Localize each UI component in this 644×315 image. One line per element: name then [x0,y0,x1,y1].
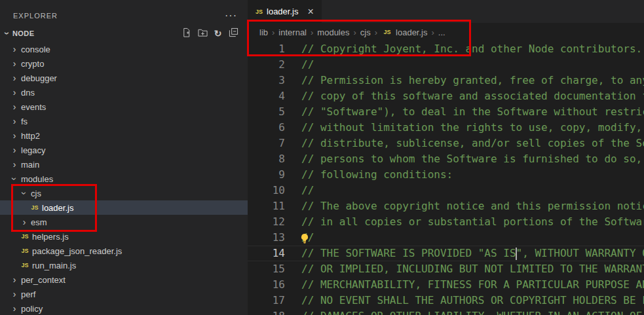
breadcrumb-item-cjs[interactable]: cjs [359,28,372,37]
line-number: 15 [248,261,285,277]
line-number: 8 [248,151,285,167]
chevron-right-icon: › [9,87,20,98]
breadcrumb-separator-icon: › [269,28,277,37]
close-icon[interactable]: × [307,7,313,16]
tree-item-label: esm [31,217,47,227]
tree-item-policy[interactable]: ›policy [0,301,248,315]
tree-item-label: fs [21,117,28,126]
code-line-text: // [285,183,314,198]
code-line[interactable]: 16// MERCHANTABILITY, FITNESS FOR A PART… [248,277,644,293]
code-line[interactable]: 5// "Software"), to deal in the Software… [248,104,644,120]
tree-item-run-main-js[interactable]: JSrun_main.js [0,258,248,272]
breadcrumb-item-internal[interactable]: internal [277,28,308,37]
file-tree: ›console›crypto›debugger›dns›events›fs›h… [0,42,248,315]
tree-item-cjs[interactable]: ›cjs [0,186,248,200]
lightbulb-icon[interactable] [299,232,310,243]
js-file-icon: JS [19,233,31,240]
chevron-right-icon: › [9,44,20,54]
collapse-all-icon[interactable] [229,28,238,39]
tab-loader-js[interactable]: JS loader.js × [248,0,322,23]
tree-item-label: legacy [21,145,46,155]
chevron-right-icon: › [9,130,20,141]
breadcrumb-separator-icon: › [350,28,358,37]
breadcrumb-item-loader-js[interactable]: JSloader.js [380,28,428,37]
breadcrumb-label: ... [438,28,445,37]
tree-item-package-json-reader-js[interactable]: JSpackage_json_reader.js [0,244,248,258]
tree-item-label: main [21,160,39,170]
code-line[interactable]: 12// in all copies or substantial portio… [248,214,644,230]
tree-item-label: per_context [21,275,66,285]
tab-label: loader.js [267,7,298,16]
tree-item-loader-js[interactable]: JSloader.js [0,200,248,215]
code-area[interactable]: 1// Copyright Joyent, Inc. and other Nod… [248,41,644,315]
explorer-sidebar: EXPLORER ··· › NODE ↻ ›console›crypto›de… [0,0,248,315]
tree-item-per-context[interactable]: ›per_context [0,272,248,287]
tree-item-label: dns [21,88,35,98]
tree-item-crypto[interactable]: ›crypto [0,56,248,71]
code-line[interactable]: 18// DAMAGES OR OTHER LIABILITY, WHETHER… [248,308,644,315]
code-line[interactable]: 3// Permission is hereby granted, free o… [248,73,644,88]
code-line[interactable]: 4// copy of this software and associated… [248,88,644,104]
code-line-text: // DAMAGES OR OTHER LIABILITY, WHETHER I… [285,308,644,315]
js-file-icon: JS [19,262,31,269]
tree-item-modules[interactable]: ›modules [0,172,248,186]
line-number: 4 [248,88,285,104]
code-line-text: // "Software"), to deal in the Software … [285,104,644,120]
code-line[interactable]: 9// following conditions: [248,167,644,183]
breadcrumb-label: cjs [360,28,371,37]
tree-item-perf[interactable]: ›perf [0,287,248,301]
code-line-text: // [285,57,314,73]
code-line[interactable]: 2// [248,57,644,73]
more-actions-icon[interactable]: ··· [225,12,237,19]
code-line[interactable]: 8// persons to whom the Software is furn… [248,151,644,167]
chevron-right-icon: › [9,116,20,126]
tree-item-debugger[interactable]: ›debugger [0,71,248,85]
code-line[interactable]: 10// [248,183,644,198]
refresh-icon[interactable]: ↻ [214,28,222,39]
chevron-right-icon: › [9,274,20,285]
breadcrumb-item--[interactable]: ... [437,28,447,37]
new-folder-icon[interactable] [198,28,208,39]
code-line[interactable]: 6// without limitation the rights to use… [248,120,644,136]
code-line-text: // copy of this software and associated … [285,88,644,104]
code-line[interactable]: 7// distribute, sublicense, and/or sell … [248,136,644,151]
code-line[interactable]: 13// [248,230,644,246]
tree-item-fs[interactable]: ›fs [0,114,248,128]
tree-item-label: debugger [21,73,57,83]
code-line-text: // NO EVENT SHALL THE AUTHORS OR COPYRIG… [285,293,644,308]
breadcrumb-label: modules [317,28,349,37]
tree-item-label: helpers.js [32,232,69,242]
tree-item-events[interactable]: ›events [0,100,248,114]
code-line[interactable]: 14// THE SOFTWARE IS PROVIDED "AS IS", W… [248,246,644,261]
tree-item-main[interactable]: ›main [0,157,248,172]
code-text-before-cursor: // THE SOFTWARE IS PROVIDED "AS IS [301,247,516,259]
tree-item-label: loader.js [42,203,73,213]
tree-item-console[interactable]: ›console [0,42,248,56]
code-line[interactable]: 11// The above copyright notice and this… [248,198,644,214]
new-file-icon[interactable] [181,28,191,39]
chevron-right-icon: › [9,58,20,69]
chevron-right-icon: › [9,159,20,170]
tree-item-esm[interactable]: ›esm [0,215,248,229]
breadcrumb-item-modules[interactable]: modules [316,28,350,37]
breadcrumb-separator-icon: › [372,28,380,37]
line-number: 16 [248,277,285,293]
section-header-node[interactable]: › NODE ↻ [0,25,248,42]
tree-item-dns[interactable]: ›dns [0,85,248,100]
code-line-text: // MERCHANTABILITY, FITNESS FOR A PARTIC… [285,277,644,293]
breadcrumb-label: internal [278,28,307,37]
js-file-icon: JS [381,29,393,35]
chevron-down-icon: › [9,174,20,184]
js-file-icon: JS [256,9,263,15]
code-line[interactable]: 17// NO EVENT SHALL THE AUTHORS OR COPYR… [248,293,644,308]
tree-item-http2[interactable]: ›http2 [0,128,248,143]
line-number: 12 [248,214,285,230]
tree-item-helpers-js[interactable]: JShelpers.js [0,229,248,244]
breadcrumb-item-lib[interactable]: lib [258,28,269,37]
code-line[interactable]: 15// OR IMPLIED, INCLUDING BUT NOT LIMIT… [248,261,644,277]
code-text-after-cursor: ", WITHOUT WARRANTY OF ANY KIND, EXPRESS [516,247,644,259]
code-line[interactable]: 1// Copyright Joyent, Inc. and other Nod… [248,41,644,57]
chevron-right-icon: › [9,73,20,83]
tree-item-legacy[interactable]: ›legacy [0,143,248,157]
breadcrumb-separator-icon: › [308,28,316,37]
